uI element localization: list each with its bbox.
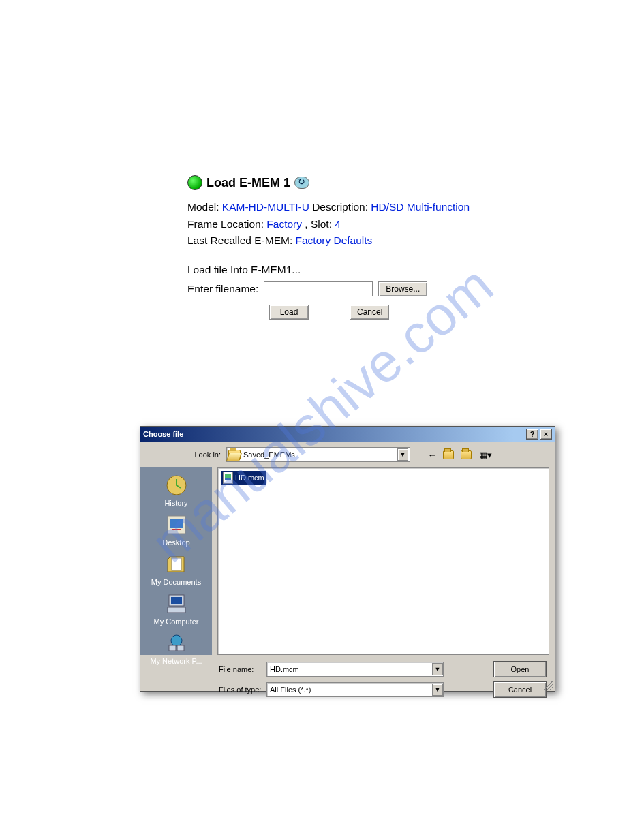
frame-location-value: Factory [266, 218, 302, 230]
refresh-icon[interactable] [294, 177, 309, 189]
sidebar-item-network[interactable]: My Network P... [140, 630, 212, 666]
description-value: HD/SD Multi-function [371, 201, 470, 213]
choose-file-dialog: Choose file ? × Look in: Saved_EMEMs ▼ ←… [140, 426, 555, 692]
cancel-button[interactable]: Cancel [350, 305, 389, 320]
page-title: Load E-MEM 1 [206, 174, 290, 191]
sidebar-item-desktop[interactable]: Desktop [140, 511, 212, 548]
filetype-combobox[interactable]: All Files (*.*) ▼ [266, 682, 444, 697]
dialog-titlebar: Choose file ? × [140, 427, 555, 442]
load-file-label: Load file Into E-MEM1... [187, 262, 470, 277]
views-icon[interactable]: ▦▾ [478, 448, 492, 461]
document-icon [223, 472, 233, 484]
svg-rect-5 [171, 597, 182, 604]
sidebar-item-label: My Documents [151, 578, 201, 586]
documents-icon [164, 552, 189, 577]
sidebar-item-computer[interactable]: My Computer [140, 590, 212, 627]
history-icon [164, 473, 189, 497]
places-bar: History Desktop My Documents My Computer [140, 467, 212, 655]
svg-point-7 [171, 635, 182, 646]
svg-rect-9 [177, 645, 184, 651]
description-label: Description: [309, 201, 371, 213]
sidebar-item-label: Desktop [162, 538, 189, 547]
help-button[interactable]: ? [526, 429, 538, 440]
filetype-value: All Files (*.*) [270, 686, 432, 694]
file-list-area[interactable]: HD.mcm [217, 467, 549, 655]
sidebar-item-label: History [164, 499, 187, 507]
lookin-value: Saved_EMEMs [243, 450, 397, 459]
new-folder-icon[interactable] [461, 448, 474, 461]
load-emem-panel: Load E-MEM 1 Model: KAM-HD-MULTI-U Descr… [187, 174, 470, 320]
network-icon [164, 631, 189, 656]
chevron-down-icon[interactable]: ▼ [397, 448, 408, 461]
sidebar-item-label: My Computer [153, 617, 198, 626]
slot-label: , Slot: [302, 218, 335, 230]
svg-rect-8 [169, 645, 176, 651]
load-button[interactable]: Load [269, 305, 309, 320]
last-recalled-label: Last Recalled E-MEM: [187, 234, 296, 246]
filename-label: File name: [212, 665, 266, 673]
open-button[interactable]: Open [493, 661, 547, 677]
sidebar-item-label: My Network P... [150, 657, 202, 665]
enter-filename-label: Enter filename: [187, 281, 258, 296]
frame-location-label: Frame Location: [187, 218, 266, 230]
svg-rect-3 [172, 558, 181, 570]
computer-icon [164, 592, 189, 616]
back-icon[interactable]: ← [425, 448, 439, 461]
filename-input[interactable] [264, 281, 373, 296]
dialog-cancel-button[interactable]: Cancel [493, 681, 547, 698]
up-one-level-icon[interactable] [443, 448, 457, 461]
svg-rect-2 [170, 519, 183, 528]
filename-combobox[interactable]: HD.mcm ▼ [266, 662, 444, 677]
sidebar-item-history[interactable]: History [140, 472, 212, 508]
browse-button[interactable]: Browse... [378, 281, 427, 296]
chevron-down-icon[interactable]: ▼ [432, 663, 443, 675]
svg-rect-6 [168, 607, 185, 613]
file-item-label: HD.mcm [235, 474, 264, 482]
desktop-icon [164, 512, 189, 537]
lookin-dropdown[interactable]: Saved_EMEMs ▼ [226, 447, 410, 462]
file-item[interactable]: HD.mcm [221, 471, 266, 485]
last-recalled-value: Factory Defaults [296, 234, 373, 246]
close-button[interactable]: × [540, 429, 552, 440]
dialog-title: Choose file [143, 430, 183, 438]
model-label: Model: [187, 201, 222, 213]
lookin-label: Look in: [188, 450, 221, 459]
chevron-down-icon[interactable]: ▼ [432, 684, 443, 696]
sidebar-item-documents[interactable]: My Documents [140, 551, 212, 587]
folder-open-icon [228, 450, 241, 460]
status-dot-icon [187, 175, 202, 190]
filename-value: HD.mcm [270, 665, 432, 673]
filetype-label: Files of type: [212, 686, 266, 694]
slot-value: 4 [335, 218, 341, 230]
resize-grip-icon[interactable] [544, 680, 553, 690]
model-value: KAM-HD-MULTI-U [222, 201, 309, 213]
